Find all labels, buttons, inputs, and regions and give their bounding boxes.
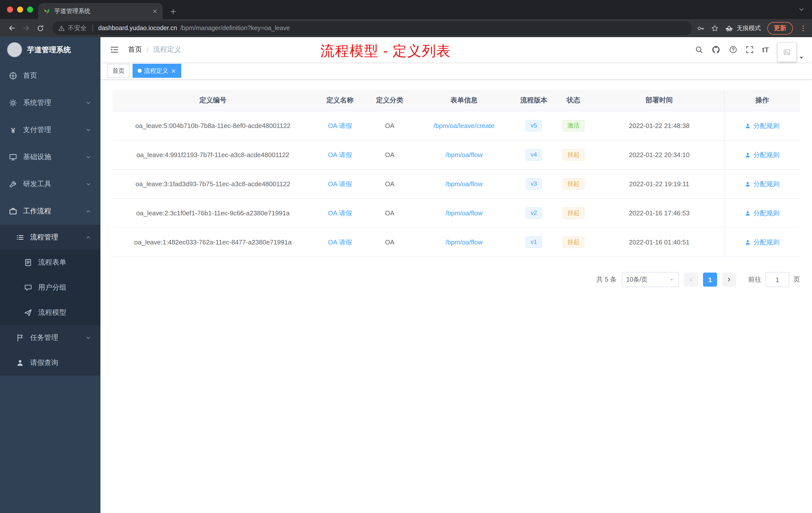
search-icon[interactable]: [695, 46, 703, 54]
assign-rule-button[interactable]: 分配规则: [745, 238, 780, 247]
breadcrumb-current: 流程定义: [153, 45, 181, 54]
browser-menu-icon[interactable]: [800, 24, 807, 32]
sidebar-item-task-management[interactable]: 任务管理: [0, 325, 100, 350]
user-avatar[interactable]: [777, 43, 805, 62]
minimize-window-button[interactable]: [17, 6, 23, 12]
chevron-right-icon: [726, 277, 732, 282]
deploy-time: 2022-01-22 19:19:11: [594, 170, 724, 199]
page-size-select[interactable]: 10条/页: [622, 272, 679, 287]
definition-category: OA: [367, 228, 413, 257]
definition-name-link[interactable]: OA 请假: [328, 209, 352, 217]
browser-tab[interactable]: 芋道管理系统: [38, 3, 163, 19]
sidebar-item-leave-query[interactable]: 请假查询: [0, 350, 100, 375]
sidebar-item-system-management[interactable]: 系统管理: [0, 89, 100, 117]
form-link[interactable]: /bpm/oa/flow: [445, 238, 482, 246]
next-page-button[interactable]: [722, 273, 736, 286]
incognito-badge: 无痕模式: [725, 24, 761, 32]
definition-name-link[interactable]: OA 请假: [328, 238, 352, 246]
version-badge: v3: [525, 178, 542, 189]
tag-process-definition[interactable]: 流程定义: [133, 64, 181, 78]
column-header: 定义分类: [367, 90, 413, 111]
sidebar: 芋道管理系统 首页 系统管理 ¥ 支付管理: [0, 37, 100, 513]
sidebar-item-label: 工作流程: [23, 207, 51, 216]
definition-name-link[interactable]: OA 请假: [328, 151, 352, 158]
definition-id: oa_leave:3:1fad3d93-7b75-11ec-a3c8-acde4…: [113, 170, 313, 199]
browser-update-button[interactable]: 更新: [767, 22, 793, 34]
assign-rule-button[interactable]: 分配规则: [745, 179, 780, 188]
sidebar-item-label: 请假查询: [30, 358, 58, 367]
address-bar[interactable]: 不安全 dashboard.yudao.iocoder.cn/bpm/manag…: [52, 21, 692, 35]
sidebar-item-label: 研发工具: [23, 180, 51, 189]
user-icon: [745, 181, 751, 187]
sidebar-item-infrastructure[interactable]: 基础设施: [0, 144, 100, 171]
tags-view: 首页 流程定义: [100, 62, 812, 80]
definition-id: oa_leave:1:482ec033-762a-11ec-8477-a2380…: [113, 228, 313, 257]
status-badge: 挂起: [562, 207, 584, 219]
close-window-button[interactable]: [7, 6, 13, 12]
avatar-image-placeholder: [777, 43, 796, 62]
github-icon[interactable]: [712, 45, 721, 54]
browser-chrome: 芋道管理系统 不安全 dashboard.yudao.iocoder.cn/bp…: [0, 0, 812, 37]
definition-name-link[interactable]: OA 请假: [328, 122, 352, 129]
sidebar-item-workflow[interactable]: 工作流程: [0, 198, 100, 225]
sidebar-item-home[interactable]: 首页: [0, 62, 100, 89]
tab-search-chevron-icon[interactable]: [798, 6, 805, 13]
form-link[interactable]: /bpm/oa/leave/create: [434, 122, 495, 129]
form-link[interactable]: /bpm/oa/flow: [445, 209, 482, 217]
passwords-key-icon[interactable]: [697, 24, 704, 32]
column-header: 部署时间: [594, 90, 724, 111]
bookmark-star-icon[interactable]: [711, 24, 719, 32]
tag-close-icon[interactable]: [171, 68, 176, 73]
sidebar-collapse-button[interactable]: [108, 43, 121, 56]
help-icon[interactable]: [729, 46, 737, 54]
page-1-button[interactable]: 1: [703, 273, 717, 286]
definition-id: oa_leave:5:004b710b-7b8a-11ec-8ef0-acde4…: [113, 111, 313, 140]
prev-page-button[interactable]: [684, 273, 698, 286]
table-row: oa_leave:2:3c1f0ef1-76b1-11ec-9c66-a2380…: [113, 199, 800, 228]
form-link[interactable]: /bpm/oa/flow: [445, 180, 482, 188]
definition-id: oa_leave:4:991f2193-7b7f-11ec-a3c8-acde4…: [113, 140, 313, 170]
assign-rule-button[interactable]: 分配规则: [745, 209, 780, 218]
main-area: 首页 / 流程定义 流程模型 - 定义列表 tT: [100, 37, 812, 513]
sidebar-item-user-group[interactable]: 用户分组: [0, 275, 100, 300]
breadcrumb-home[interactable]: 首页: [128, 45, 142, 54]
tag-home[interactable]: 首页: [108, 64, 129, 78]
user-icon: [745, 210, 751, 216]
definition-category: OA: [367, 140, 413, 170]
chevron-down-icon: [85, 181, 91, 187]
form-link[interactable]: /bpm/oa/flow: [445, 151, 482, 159]
address-divider: [92, 25, 93, 32]
zoom-window-button[interactable]: [27, 6, 33, 12]
deploy-time: 2022-01-22 21:48:38: [594, 111, 724, 140]
definition-name-link[interactable]: OA 请假: [328, 180, 352, 187]
assign-rule-button[interactable]: 分配规则: [745, 150, 780, 159]
column-header: 表单信息: [413, 90, 515, 111]
app-window: 芋道管理系统 首页 系统管理 ¥ 支付管理: [0, 37, 812, 513]
forward-button[interactable]: [19, 21, 33, 35]
flag-icon: [16, 334, 24, 342]
table-header-row: 定义编号 定义名称 定义分类 表单信息 流程版本 状态 部署时间 操作: [113, 90, 800, 111]
sidebar-item-process-form[interactable]: 流程表单: [0, 250, 100, 275]
breadcrumb-separator: /: [147, 46, 149, 54]
reload-button[interactable]: [33, 21, 47, 35]
chevron-up-icon: [85, 208, 91, 214]
sidebar-item-process-model[interactable]: 流程模型: [0, 300, 100, 325]
sidebar-item-payment-management[interactable]: ¥ 支付管理: [0, 117, 100, 144]
chevron-left-icon: [688, 277, 694, 282]
deploy-time: 2022-01-22 20:34:10: [594, 140, 724, 170]
tab-close-icon[interactable]: [152, 8, 158, 14]
url-host: dashboard.yudao.iocoder.cn: [98, 25, 177, 32]
assign-rule-button[interactable]: 分配规则: [745, 121, 780, 130]
sidebar-item-dev-tools[interactable]: 研发工具: [0, 171, 100, 198]
font-size-icon[interactable]: tT: [762, 46, 769, 54]
back-button[interactable]: [5, 21, 19, 35]
chevron-down-icon: [85, 154, 91, 160]
goto-page-input[interactable]: [765, 272, 789, 287]
sidebar-item-process-management[interactable]: 流程管理: [0, 225, 100, 250]
status-badge: 激活: [562, 120, 584, 131]
paper-plane-icon: [24, 309, 32, 317]
fullscreen-icon[interactable]: [746, 46, 754, 54]
top-navbar: 首页 / 流程定义 流程模型 - 定义列表 tT: [100, 37, 812, 62]
navbar-right-icons: tT: [695, 38, 805, 62]
new-tab-button[interactable]: [170, 8, 177, 15]
